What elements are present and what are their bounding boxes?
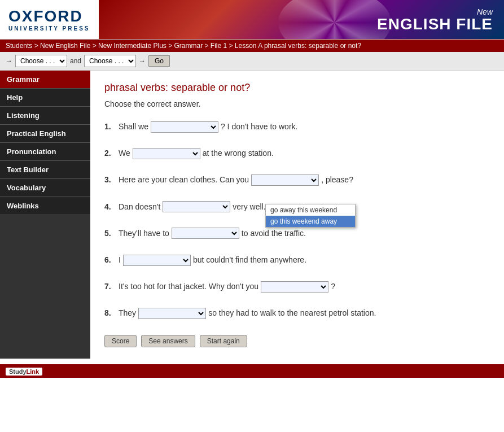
question-text-5: They'll have toto avoid the traffic.	[119, 226, 306, 241]
sidebar-item-pronunciation[interactable]: Pronunciation	[0, 143, 90, 161]
question-3: 3.Here are your clean clothes. Can you, …	[104, 173, 490, 187]
question-text-6: Ibut couldn't find them anywhere.	[119, 253, 306, 267]
nef-badge: New ENGLISH FILE	[377, 7, 493, 32]
question-before-4: Dan doesn't	[119, 200, 160, 214]
question-num-3: 3.	[104, 173, 116, 187]
question-num-1: 1.	[104, 120, 116, 134]
question-after-4: very well.	[233, 200, 265, 214]
sidebar-item-help[interactable]: Help	[0, 89, 90, 107]
question-after-5: to avoid the traffic.	[242, 226, 306, 241]
oxford-logo: OXFORD UNIVERSITY PRESS	[0, 0, 99, 39]
question-num-8: 8.	[104, 306, 116, 320]
answer-select-7[interactable]	[261, 281, 328, 293]
sidebar-item-practical-english[interactable]: Practical English	[0, 125, 90, 143]
question-8: 8.Theyso they had to walk to the nearest…	[104, 306, 490, 320]
question-after-1: ? I don't have to work.	[221, 120, 298, 134]
question-text-4: Dan doesn'tvery well.	[119, 200, 266, 214]
question-after-3: , please?	[321, 173, 353, 187]
dropdown-item[interactable]: go away this weekend	[266, 204, 355, 216]
choose-select-2[interactable]: Choose . . .	[84, 55, 136, 67]
link-text: Link	[27, 368, 40, 375]
main-layout: GrammarHelpListeningPractical EnglishPro…	[0, 71, 504, 359]
question-after-6: but couldn't find them anywhere.	[193, 253, 306, 267]
press-text: UNIVERSITY PRESS	[8, 25, 90, 32]
answer-select-1[interactable]	[151, 121, 218, 133]
question-6: 6.Ibut couldn't find them anywhere.	[104, 253, 490, 267]
content-area: phrasal verbs: separable or not? Choose …	[90, 71, 504, 359]
question-after-2: at the wrong station.	[203, 146, 274, 160]
sidebar-item-vocabulary[interactable]: Vocabulary	[0, 179, 90, 197]
sidebar-item-listening[interactable]: Listening	[0, 107, 90, 125]
action-buttons: Score See answers Start again	[104, 335, 490, 347]
question-before-5: They'll have to	[119, 226, 169, 241]
question-before-2: We	[119, 146, 130, 160]
question-text-3: Here are your clean clothes. Can you, pl…	[119, 173, 353, 187]
question-1: 1.Shall we? I don't have to work.	[104, 120, 490, 134]
question-num-5: 5.	[104, 226, 116, 241]
question-text-8: Theyso they had to walk to the nearest p…	[119, 306, 376, 320]
question-num-7: 7.	[104, 280, 116, 294]
question-num-4: 4.	[104, 200, 116, 214]
question-2: 2.Weat the wrong station.	[104, 146, 490, 160]
go-button[interactable]: Go	[148, 55, 170, 67]
question-text-7: It's too hot for that jacket. Why don't …	[119, 280, 335, 294]
question-before-3: Here are your clean clothes. Can you	[119, 173, 249, 187]
dropdown-popup: go away this weekendgo this weekend away	[265, 204, 356, 228]
header-banner: New ENGLISH FILE	[99, 0, 504, 39]
and-label: and	[70, 57, 81, 65]
studylink-badge: StudyLink	[6, 368, 42, 376]
question-before-8: They	[119, 306, 136, 320]
question-num-2: 2.	[104, 146, 116, 160]
question-num-6: 6.	[104, 253, 116, 267]
answer-select-5[interactable]	[172, 228, 239, 239]
breadcrumb-bar: Students > New English File > New Interm…	[0, 40, 504, 52]
answer-select-6[interactable]	[123, 255, 191, 266]
english-file-text: ENGLISH FILE	[377, 15, 493, 33]
score-button[interactable]: Score	[104, 335, 137, 347]
answer-select-3[interactable]	[251, 174, 319, 186]
question-5: 5.They'll have toto avoid the traffic.	[104, 226, 490, 241]
choose-select-1[interactable]: Choose . . .	[15, 55, 67, 67]
toolbar: → Choose . . . and Choose . . . → Go	[0, 52, 504, 71]
arrow-right: →	[139, 57, 146, 65]
start-again-button[interactable]: Start again	[200, 335, 247, 347]
footer: StudyLink	[0, 364, 504, 378]
question-after-8: so they had to walk to the nearest petro…	[208, 306, 376, 320]
instruction-text: Choose the correct answer.	[104, 99, 490, 108]
oxford-text: OXFORD	[8, 7, 90, 25]
page-title: phrasal verbs: separable or not?	[104, 82, 490, 94]
question-text-1: Shall we? I don't have to work.	[119, 120, 297, 134]
question-before-7: It's too hot for that jacket. Why don't …	[119, 280, 258, 294]
arrow-left: →	[6, 57, 12, 65]
answer-select-8[interactable]	[138, 308, 206, 319]
question-before-1: Shall we	[119, 120, 148, 134]
sidebar: GrammarHelpListeningPractical EnglishPro…	[0, 71, 90, 359]
sidebar-item-text-builder[interactable]: Text Builder	[0, 161, 90, 179]
breadcrumb-text: Students > New English File > New Interm…	[6, 42, 361, 50]
study-text: Study	[9, 368, 27, 375]
sidebar-item-grammar[interactable]: Grammar	[0, 71, 90, 89]
question-after-7: ?	[331, 280, 335, 294]
question-before-6: I	[119, 253, 121, 267]
dropdown-item[interactable]: go this weekend away	[266, 216, 355, 227]
answer-select-2[interactable]	[133, 148, 200, 159]
see-answers-button[interactable]: See answers	[141, 335, 195, 347]
question-text-2: Weat the wrong station.	[119, 146, 274, 160]
answer-select-4[interactable]	[163, 201, 230, 212]
sidebar-item-weblinks[interactable]: Weblinks	[0, 197, 90, 215]
question-7: 7.It's too hot for that jacket. Why don'…	[104, 280, 490, 294]
